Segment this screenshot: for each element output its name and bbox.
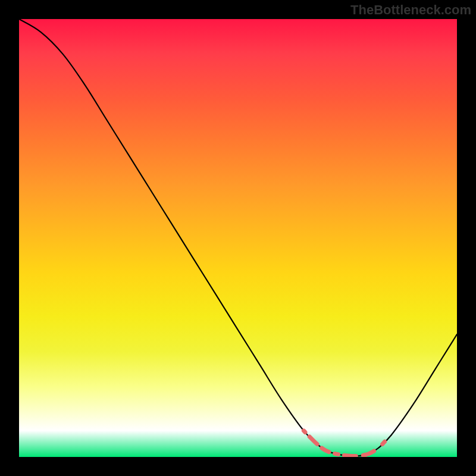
chart-svg <box>19 19 457 457</box>
watermark-text: TheBottleneck.com <box>350 2 471 18</box>
main-curve <box>19 19 457 456</box>
chart-area <box>19 19 457 457</box>
dashed-trough-segment <box>303 431 384 456</box>
